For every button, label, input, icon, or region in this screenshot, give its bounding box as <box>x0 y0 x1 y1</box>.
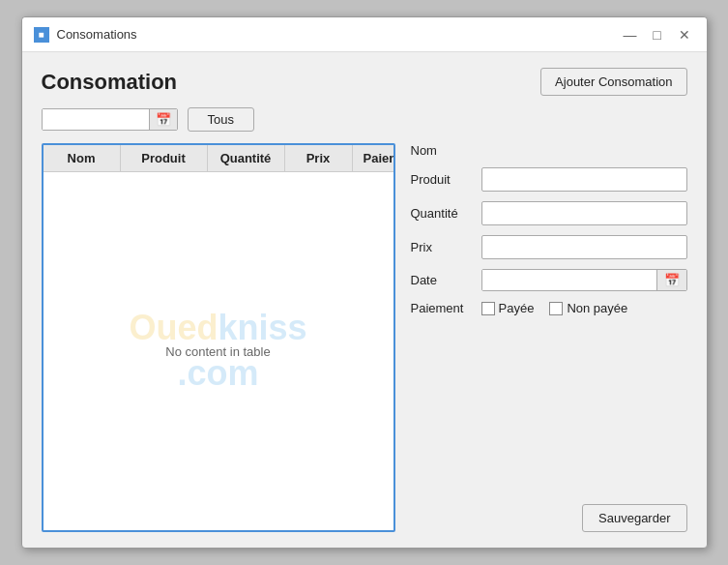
content-area: Consomation Ajouter Consomation 📅 Tous N… <box>22 52 707 548</box>
prix-label: Prix <box>411 240 474 254</box>
table-header: Nom Produit Quantité Prix Paiement <box>44 145 393 172</box>
produit-input[interactable] <box>481 167 687 192</box>
main-window: ■ Consomations — □ ✕ Consomation Ajouter… <box>21 16 708 549</box>
col-paiement: Paiement <box>353 145 395 171</box>
payment-options: Payée Non payée <box>481 301 628 315</box>
non-payee-label: Non payée <box>567 301 627 315</box>
window-icon: ■ <box>34 27 49 43</box>
main-area: Nom Produit Quantité Prix Paiement Ouedk… <box>42 143 687 532</box>
title-bar-left: ■ Consomations <box>34 27 137 43</box>
date-form-wrapper: 📅 <box>481 269 687 291</box>
tous-button[interactable]: Tous <box>188 107 254 132</box>
add-consomation-button[interactable]: Ajouter Consomation <box>540 68 686 96</box>
calendar-filter-button[interactable]: 📅 <box>149 109 177 130</box>
payee-label: Payée <box>499 301 535 315</box>
prix-row: Prix <box>411 235 687 259</box>
toolbar: 📅 Tous <box>42 107 687 132</box>
watermark-oued: Oued <box>129 308 218 347</box>
produit-label: Produit <box>411 172 474 187</box>
produit-row: Produit <box>411 167 687 192</box>
watermark-kniss: kniss <box>218 308 306 347</box>
col-quantite: Quantité <box>208 145 285 171</box>
save-row: Sauvegarder <box>411 504 687 532</box>
watermark-com: .com <box>177 353 258 393</box>
maximize-button[interactable]: □ <box>647 24 668 45</box>
quantite-label: Quantité <box>411 206 474 221</box>
col-prix: Prix <box>285 145 353 171</box>
non-payee-option: Non payée <box>549 301 627 315</box>
page-title: Consomation <box>42 70 178 95</box>
minimize-button[interactable]: — <box>620 24 641 45</box>
date-filter-wrapper: 📅 <box>42 108 178 131</box>
paiement-row: Paiement Payée Non payée <box>411 301 687 315</box>
table-body: Ouedkniss .com No content in table <box>44 172 393 530</box>
form-panel: Nom Produit Quantité Prix <box>411 143 687 532</box>
page-header: Consomation Ajouter Consomation <box>42 68 687 96</box>
payee-checkbox[interactable] <box>481 302 495 315</box>
nom-label: Nom <box>411 143 474 158</box>
table-panel: Nom Produit Quantité Prix Paiement Ouedk… <box>42 143 395 532</box>
calendar-form-button[interactable]: 📅 <box>656 270 686 290</box>
col-produit: Produit <box>121 145 208 171</box>
date-row: Date 📅 <box>411 269 687 291</box>
date-label: Date <box>411 273 474 287</box>
close-button[interactable]: ✕ <box>674 24 695 45</box>
nom-row: Nom <box>411 143 687 158</box>
empty-table-message: No content in table <box>165 344 270 359</box>
title-controls: — □ ✕ <box>620 24 695 45</box>
paiement-label: Paiement <box>411 301 474 315</box>
quantite-row: Quantité <box>411 201 687 225</box>
date-filter-input[interactable] <box>43 109 149 130</box>
prix-input[interactable] <box>481 235 687 259</box>
title-bar: ■ Consomations — □ ✕ <box>22 17 707 52</box>
save-button[interactable]: Sauvegarder <box>582 504 686 532</box>
quantite-input[interactable] <box>481 201 687 225</box>
payee-option: Payée <box>481 301 535 315</box>
window-title: Consomations <box>57 27 137 42</box>
col-nom: Nom <box>44 145 121 171</box>
non-payee-checkbox[interactable] <box>549 302 563 315</box>
date-form-input[interactable] <box>482 270 656 290</box>
